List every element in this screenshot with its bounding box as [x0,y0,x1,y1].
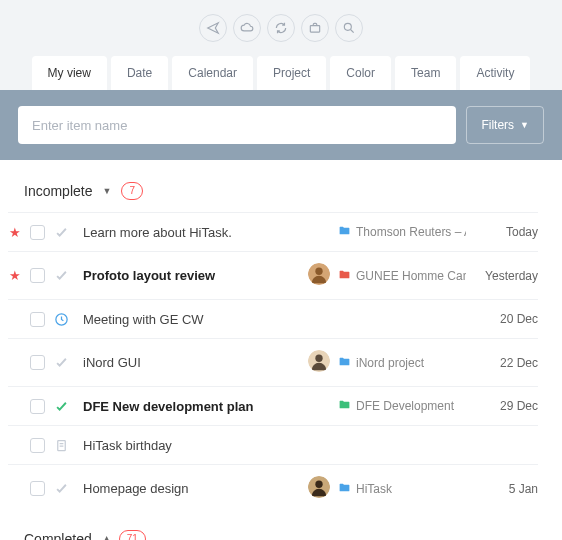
task-checkbox[interactable] [30,481,45,496]
svg-point-9 [315,481,322,488]
top-header: My viewDateCalendarProjectColorTeamActiv… [0,0,562,90]
chevron-down-icon: ▼ [520,120,529,130]
tab-calendar[interactable]: Calendar [172,56,253,90]
task-date: Yesterday [474,269,538,283]
folder-icon [338,481,351,497]
star-column: ★ [8,268,22,283]
task-row[interactable]: iNord GUIiNord project22 Dec [8,338,538,386]
search-bar: Filters ▼ [0,90,562,160]
tab-activity[interactable]: Activity [460,56,530,90]
search-icon[interactable] [335,14,363,42]
task-title: Learn more about HiTask. [77,225,300,240]
task-project: DFE Development [338,398,466,414]
task-checkbox[interactable] [30,355,45,370]
task-date: Today [474,225,538,239]
task-date: 20 Dec [474,312,538,326]
svg-point-6 [315,355,322,362]
star-column: ★ [8,225,22,240]
check-grey-icon [53,355,69,371]
completed-section: Completed ▶ 71 [0,518,562,540]
folder-icon [338,224,351,240]
incomplete-count: 7 [121,182,143,200]
clock-icon [53,311,69,327]
task-date: 22 Dec [474,356,538,370]
cloud-icon[interactable] [233,14,261,42]
avatar [308,263,330,288]
task-title: Meeting with GE CW [77,312,300,327]
task-date: 29 Dec [474,399,538,413]
completed-header[interactable]: Completed ▶ 71 [24,530,538,540]
task-row[interactable]: ★Learn more about HiTask.Thomson Reuters… [8,212,538,251]
section-title: Completed [24,531,92,540]
toolbar-icons [0,14,562,42]
chevron-right-icon: ▶ [100,536,110,541]
tab-project[interactable]: Project [257,56,326,90]
check-grey-icon [53,224,69,240]
briefcase-icon[interactable] [301,14,329,42]
task-project: iNord project [338,355,466,371]
task-title: Homepage design [77,481,300,496]
avatar [308,350,330,375]
tab-date[interactable]: Date [111,56,168,90]
task-project: GUNEE Homme Cam… [338,268,466,284]
incomplete-header[interactable]: Incomplete ▼ 7 [24,182,538,200]
folder-icon [338,355,351,371]
task-list: ★Learn more about HiTask.Thomson Reuters… [8,212,538,512]
svg-point-1 [344,23,351,30]
filters-button[interactable]: Filters ▼ [466,106,544,144]
task-checkbox[interactable] [30,225,45,240]
star-icon[interactable]: ★ [9,268,21,283]
completed-count: 71 [119,530,146,540]
star-icon[interactable]: ★ [9,225,21,240]
check-green-icon [53,398,69,414]
task-title: iNord GUI [77,355,300,370]
task-row[interactable]: HiTask birthday [8,425,538,464]
task-row[interactable]: Meeting with GE CW20 Dec [8,299,538,338]
incomplete-section: Incomplete ▼ 7 ★Learn more about HiTask.… [0,160,562,518]
tab-color[interactable]: Color [330,56,391,90]
task-row[interactable]: ★Profoto layout reviewGUNEE Homme Cam…Ye… [8,251,538,299]
view-tabs: My viewDateCalendarProjectColorTeamActiv… [0,56,562,90]
tab-team[interactable]: Team [395,56,456,90]
folder-icon [338,398,351,414]
task-title: HiTask birthday [77,438,300,453]
avatar [308,476,330,501]
task-project: HiTask [338,481,466,497]
note-icon [53,437,69,453]
task-title: Profoto layout review [77,268,300,283]
check-grey-icon [53,481,69,497]
task-checkbox[interactable] [30,268,45,283]
svg-rect-0 [310,26,319,32]
task-checkbox[interactable] [30,312,45,327]
task-row[interactable]: Homepage designHiTask5 Jan [8,464,538,512]
task-checkbox[interactable] [30,438,45,453]
check-grey-icon [53,268,69,284]
sync-icon[interactable] [267,14,295,42]
filters-label: Filters [481,118,514,132]
tab-my-view[interactable]: My view [32,56,107,90]
task-checkbox[interactable] [30,399,45,414]
chevron-down-icon: ▼ [102,186,111,196]
section-title: Incomplete [24,183,92,199]
task-project: Thomson Reuters – A… [338,224,466,240]
svg-point-3 [315,268,322,275]
task-date: 5 Jan [474,482,538,496]
search-input[interactable] [18,106,456,144]
send-icon[interactable] [199,14,227,42]
folder-icon [338,268,351,284]
task-row[interactable]: DFE New development planDFE Development2… [8,386,538,425]
task-title: DFE New development plan [77,399,300,414]
